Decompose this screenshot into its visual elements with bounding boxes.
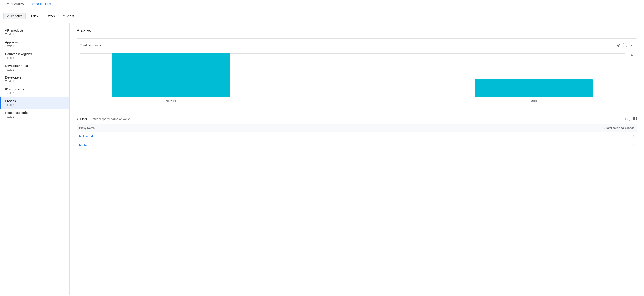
sidebar-item-developers[interactable]: Developers Total: 1: [0, 73, 69, 85]
cell-calls-helloworld: 9: [282, 132, 637, 141]
sidebar-item-developer-apps[interactable]: Developer apps Total: 1: [0, 62, 69, 73]
chart-icons: ⊜ ⛶ ⋮: [617, 43, 633, 48]
main-layout: API products Total: 1 App keys Total: 1 …: [0, 23, 644, 295]
x-axis-labels: helloworld httpbin: [80, 100, 625, 102]
chart-card: Total calls made ⊜ ⛶ ⋮ 10 5 0: [76, 38, 637, 107]
bar-httpbin: [475, 79, 593, 97]
time-filter-bar: ✓ 12 hours 1 day 1 week 2 weeks: [0, 9, 644, 23]
sidebar-item-title: Proxies: [5, 99, 65, 103]
tab-attributes[interactable]: ATTRIBUTES: [28, 0, 54, 9]
x-label-helloworld: helloworld: [80, 100, 262, 102]
bar-group-httpbin: [443, 53, 625, 97]
y-axis: 10 5 0: [627, 53, 633, 97]
table-row: helloworld 9: [76, 132, 637, 141]
time-btn-1week[interactable]: 1 week: [43, 13, 58, 19]
time-btn-1day[interactable]: 1 day: [28, 13, 41, 19]
filter-table-section: ≡ Filter ? Prox: [76, 114, 637, 150]
time-btn-2weeks[interactable]: 2 weeks: [60, 13, 78, 19]
sidebar-item-title: Countries/Regions: [5, 52, 65, 56]
cell-proxy-name-helloworld: helloworld: [76, 132, 282, 141]
col-header-proxy-name[interactable]: Proxy Name: [76, 124, 282, 132]
sidebar-item-api-products[interactable]: API products Total: 1: [0, 26, 69, 38]
sidebar-item-app-keys[interactable]: App keys Total: 1: [0, 38, 69, 50]
x-label-httpbin: httpbin: [443, 100, 625, 102]
sidebar-item-proxies[interactable]: Proxies Total: 2: [0, 97, 69, 109]
filter-label: Filter: [80, 117, 87, 121]
more-chart-icon[interactable]: ⋮: [630, 43, 633, 48]
y-label-0: 0: [632, 94, 633, 97]
sidebar-item-title: App keys: [5, 40, 65, 44]
cell-proxy-name-httpbin: httpbin: [76, 141, 282, 150]
sidebar-item-subtitle: Total: 2: [5, 103, 65, 106]
sidebar-item-title: API products: [5, 29, 65, 32]
sidebar-item-ip-addresses[interactable]: IP addresses Total: 3: [0, 85, 69, 97]
chart-title: Total calls made: [80, 44, 102, 47]
bar-chart-container: 10 5 0: [80, 51, 633, 103]
y-label-5: 5: [632, 74, 633, 76]
svg-rect-1: [634, 117, 635, 120]
help-icon[interactable]: ?: [625, 117, 630, 121]
col-header-total-calls[interactable]: ↓ Total action calls made: [282, 124, 637, 132]
sidebar-item-countries-regions[interactable]: Countries/Regions Total: 3: [0, 50, 69, 62]
y-label-10: 10: [631, 53, 633, 56]
download-chart-icon[interactable]: ⊜: [617, 43, 620, 48]
chart-header: Total calls made ⊜ ⛶ ⋮: [80, 43, 633, 48]
sidebar-item-subtitle: Total: 1: [5, 44, 65, 48]
page-title: Proxies: [76, 28, 637, 33]
sidebar-item-title: Response codes: [5, 111, 65, 115]
expand-chart-icon[interactable]: ⛶: [623, 43, 627, 48]
filter-bar: ≡ Filter ?: [76, 114, 637, 124]
sidebar: API products Total: 1 App keys Total: 1 …: [0, 23, 70, 295]
filter-actions: ?: [625, 116, 637, 122]
sidebar-item-subtitle: Total: 1: [5, 115, 65, 118]
sidebar-item-subtitle: Total: 1: [5, 33, 65, 36]
sidebar-item-subtitle: Total: 3: [5, 56, 65, 59]
top-nav: OVERVIEW ATTRIBUTES: [0, 0, 644, 9]
bar-helloworld: [112, 53, 230, 97]
svg-rect-0: [633, 117, 634, 120]
filter-input[interactable]: [89, 116, 624, 122]
check-icon: ✓: [7, 14, 9, 18]
sidebar-item-title: Developer apps: [5, 64, 65, 68]
time-btn-12hours[interactable]: ✓ 12 hours: [4, 13, 26, 19]
table-row: httpbin 4: [76, 141, 637, 150]
sidebar-item-subtitle: Total: 3: [5, 91, 65, 95]
sidebar-item-subtitle: Total: 1: [5, 80, 65, 83]
columns-icon[interactable]: [633, 116, 637, 122]
sidebar-item-title: Developers: [5, 76, 65, 79]
x-axis-line: [80, 97, 625, 97]
bars-area: [80, 53, 625, 97]
sidebar-item-title: IP addresses: [5, 87, 65, 91]
col-label-total-calls: Total action calls made: [606, 126, 634, 130]
sidebar-item-response-codes[interactable]: Response codes Total: 1: [0, 109, 69, 120]
tab-overview[interactable]: OVERVIEW: [4, 0, 28, 9]
sort-down-icon: ↓: [604, 126, 605, 130]
filter-icon: ≡: [76, 117, 78, 121]
content-area: Proxies Total calls made ⊜ ⛶ ⋮ 10 5 0: [70, 23, 644, 295]
columns-svg: [633, 116, 637, 121]
link-helloworld[interactable]: helloworld: [79, 135, 93, 138]
bar-group-helloworld: [80, 53, 262, 97]
svg-rect-2: [636, 117, 636, 120]
time-label-12hours: 12 hours: [11, 14, 22, 18]
sidebar-item-subtitle: Total: 1: [5, 68, 65, 71]
link-httpbin[interactable]: httpbin: [79, 143, 88, 147]
cell-calls-httpbin: 4: [282, 141, 637, 150]
proxies-table: Proxy Name ↓ Total action calls made hel…: [76, 124, 637, 150]
table-header-row: Proxy Name ↓ Total action calls made: [76, 124, 637, 132]
